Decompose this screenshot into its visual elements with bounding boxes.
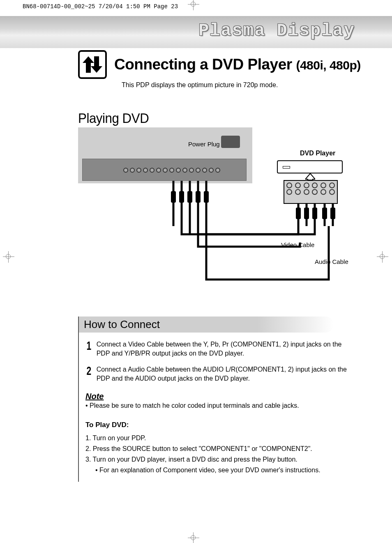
note-heading: Note [85, 392, 351, 401]
svg-rect-4 [204, 191, 209, 203]
crop-mark-icon [191, 535, 196, 540]
svg-rect-2 [187, 191, 192, 203]
banner: Plasma Display [0, 16, 392, 48]
title-row: Connecting a DVD Player (480i, 480p) [78, 50, 392, 79]
list-item: 3. Turn on your DVD player, insert a DVD… [85, 455, 351, 464]
svg-rect-9 [330, 208, 335, 219]
svg-rect-3 [196, 191, 201, 203]
connection-diagram: Power Plug DVD Player [78, 127, 366, 288]
svg-rect-0 [171, 191, 176, 203]
page-title: Connecting a DVD Player (480i, 480p) [114, 56, 361, 73]
svg-rect-6 [304, 208, 309, 219]
note-bullet: • Please be sure to match he color coded… [85, 402, 351, 409]
svg-rect-8 [322, 208, 327, 219]
crop-mark-icon [380, 254, 385, 259]
svg-rect-5 [296, 208, 301, 219]
list-subitem: • For an explanation of Component video,… [85, 465, 351, 475]
to-play-heading: To Play DVD: [85, 421, 351, 429]
list-item: 2. Press the SOURCE button to select "CO… [85, 444, 351, 454]
svg-rect-7 [312, 208, 317, 219]
crop-mark-icon [191, 2, 196, 7]
how-to-connect-section: How to Connect 1 Connect a Video Cable b… [78, 317, 351, 482]
step-text: Connect a Audio Cable between the AUDIO … [97, 365, 351, 383]
arrows-icon [78, 50, 107, 79]
svg-rect-1 [179, 191, 184, 203]
subtitle: This PDP displays the optimum picture in… [122, 81, 392, 89]
section-playing-title: Playing DVD [78, 110, 367, 126]
page-title-sub: (480i, 480p) [296, 58, 360, 72]
page-title-main: Connecting a DVD Player [114, 56, 292, 73]
step-number: 1 [87, 340, 92, 358]
to-play-list: 1. Turn on your PDP. 2. Press the SOURCE… [85, 433, 351, 475]
crop-mark-icon [6, 254, 11, 259]
how-to-connect-heading: How to Connect [79, 317, 334, 333]
step-1: 1 Connect a Video Cable between the Y, P… [85, 340, 351, 358]
list-item: 1. Turn on your PDP. [85, 433, 351, 443]
audio-cable-label: Audio Cable [315, 258, 348, 265]
step-text: Connect a Video Cable between the Y, Pb,… [97, 340, 351, 358]
step-number: 2 [87, 365, 92, 383]
print-meta-header: BN68-00714D-00_002~25 7/20/04 1:50 PM Pa… [0, 0, 392, 10]
video-cable-label: Video Cable [281, 241, 314, 248]
banner-title: Plasma Display [198, 21, 355, 41]
step-2: 2 Connect a Audio Cable between the AUDI… [85, 365, 351, 383]
